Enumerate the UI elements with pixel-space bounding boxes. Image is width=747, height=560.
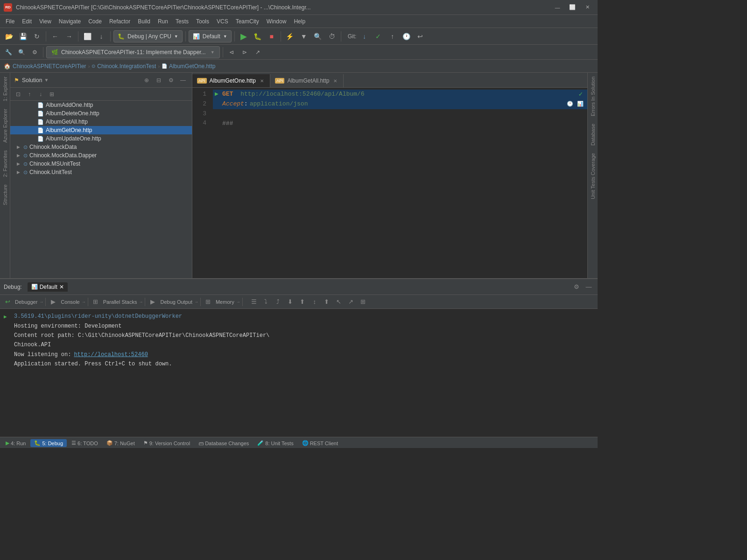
tree-item-albumgetone[interactable]: 📄 AlbumGetOne.http: [10, 126, 192, 134]
tree-item-mockdata[interactable]: ▶ ⊙ Chinook.MockData: [10, 143, 192, 151]
explorer-tb-icon-3[interactable]: ↓: [35, 89, 46, 99]
layout-button[interactable]: ⚙: [29, 47, 40, 58]
debug-session-close[interactable]: ✕: [59, 284, 64, 290]
menu-help[interactable]: Help: [290, 16, 309, 27]
menu-run[interactable]: Run: [154, 16, 172, 27]
menu-vcs[interactable]: VCS: [213, 16, 232, 27]
debug-nav-2[interactable]: ↗: [345, 296, 357, 308]
menu-refactor[interactable]: Refactor: [106, 16, 134, 27]
explorer-tb-icon-2[interactable]: ↑: [24, 89, 35, 99]
tree-item-albumgetall[interactable]: 📄 AlbumGetAll.http: [10, 118, 192, 126]
explorer-tb-icon-1[interactable]: ⊡: [13, 89, 23, 99]
debug-grid-view[interactable]: ⊞: [358, 296, 369, 308]
tree-item-albumupdateone[interactable]: 📄 AlbumUpdateOne.http: [10, 134, 192, 143]
step-button[interactable]: ↓: [95, 30, 107, 42]
debug-session-tab[interactable]: 📊 Default ✕: [28, 282, 68, 292]
menu-tests[interactable]: Tests: [172, 16, 192, 27]
debug-step-into-button[interactable]: ⤵: [261, 296, 272, 308]
debug-nav-1[interactable]: ↖: [333, 296, 345, 308]
memory-button[interactable]: ⊞: [203, 296, 214, 308]
solution-dropdown-arrow[interactable]: ▼: [44, 77, 49, 83]
tab-albumgetone[interactable]: API AlbumGetOne.http ✕: [192, 74, 270, 87]
breadcrumb-item-1[interactable]: ChinookASPNETCoreAPITier: [13, 63, 86, 70]
sidebar-label-explorer[interactable]: 1: Explorer: [1, 73, 9, 105]
menu-navigate[interactable]: Navigate: [55, 16, 85, 27]
console-tab-button[interactable]: ▶: [48, 296, 59, 308]
debug-output-button[interactable]: ▶: [147, 296, 158, 308]
forward-button[interactable]: →: [63, 30, 75, 42]
tab-albumgetall[interactable]: API AlbumGetAll.http ✕: [270, 74, 344, 87]
expand-arrow-folder[interactable]: ▶: [17, 161, 23, 166]
menu-teamcity[interactable]: TeamCity: [232, 16, 263, 27]
explorer-minimize-button[interactable]: —: [178, 75, 188, 85]
tool-rest-client[interactable]: 🌐 REST Client: [298, 439, 342, 447]
git-revert-button[interactable]: ↩: [414, 30, 426, 42]
menu-tools[interactable]: Tools: [192, 16, 213, 27]
run-config-dropdown[interactable]: 📊 Default ▼: [189, 30, 232, 42]
debug-step-out-button[interactable]: ⬇: [285, 296, 296, 308]
clock-button[interactable]: ⏱: [326, 30, 338, 42]
menu-edit[interactable]: Edit: [18, 16, 35, 27]
search-button[interactable]: 🔍: [16, 47, 27, 58]
tool-nuget[interactable]: 📦 7: NuGet: [103, 439, 139, 447]
tab-close-1[interactable]: ✕: [259, 78, 265, 84]
sidebar-label-database[interactable]: Database: [589, 120, 597, 149]
sync-button[interactable]: ↻: [31, 30, 43, 42]
save-button[interactable]: 💾: [17, 30, 29, 42]
debug-run-button[interactable]: 🐛: [252, 30, 264, 42]
sidebar-label-unit-tests[interactable]: Unit Tests Coverage: [589, 149, 597, 203]
explorer-collapse-button[interactable]: ⊟: [154, 75, 164, 85]
tool-run[interactable]: ▶ 4: Run: [2, 439, 29, 447]
debug-run-to-cursor[interactable]: ⬆: [297, 296, 308, 308]
debug-minimize-button[interactable]: —: [584, 282, 594, 292]
tree-item-msunit[interactable]: ▶ ⊙ Chinook.MSUnitTest: [10, 160, 192, 168]
tool-db-changes[interactable]: 🗃 Database Changes: [195, 440, 253, 447]
tree-item-albumaddone[interactable]: 📄 AlbumAddOne.http: [10, 101, 192, 109]
tree-item-unittest[interactable]: ▶ ⊙ Chinook.UnitTest: [10, 168, 192, 176]
expand-arrow-folder[interactable]: ▶: [17, 170, 23, 175]
analyze-button[interactable]: 🔍: [312, 30, 324, 42]
sidebar-label-errors[interactable]: Errors In Solution: [589, 73, 597, 120]
debug-localhost-link[interactable]: http://localhost:52460: [74, 350, 148, 359]
git-commit-button[interactable]: ✓: [372, 30, 384, 42]
debug-lines-button[interactable]: ☰: [248, 296, 260, 308]
close-button[interactable]: ✕: [581, 3, 594, 12]
code-content[interactable]: ▶ GET http://localhost:52460/api/Album/6…: [211, 90, 587, 276]
debug-step-over-button[interactable]: ⤴: [273, 296, 284, 308]
tool-version-control[interactable]: ⚑ 9: Version Control: [140, 439, 194, 447]
sidebar-label-structure[interactable]: Structure: [1, 181, 9, 209]
branch-dropdown[interactable]: 🌿 ChinookASPNETCoreAPITier-11: Implement…: [46, 46, 220, 58]
menu-build[interactable]: Build: [134, 16, 154, 27]
minimize-button[interactable]: —: [551, 3, 564, 12]
debug-force-step[interactable]: ↕: [309, 296, 320, 308]
stop-button[interactable]: ■: [266, 30, 278, 42]
restore-button[interactable]: ⬜: [566, 3, 579, 12]
debugger-tab-button[interactable]: ↩: [2, 296, 13, 308]
parallel-stacks-button[interactable]: ⊞: [90, 296, 101, 308]
debug-settings-button[interactable]: ⚙: [571, 282, 582, 292]
profile-dropdown[interactable]: ▼: [298, 30, 310, 42]
menu-window[interactable]: Window: [263, 16, 290, 27]
tool-unit-tests[interactable]: 🧪 8: Unit Tests: [254, 439, 297, 447]
git-history-button[interactable]: 🕐: [400, 30, 412, 42]
menu-view[interactable]: View: [35, 16, 55, 27]
explorer-settings-button[interactable]: ⚙: [166, 75, 176, 85]
expand-arrow-folder[interactable]: ▶: [17, 153, 23, 158]
nav-button-1[interactable]: ⊲: [226, 47, 237, 58]
git-push-button[interactable]: ↑: [386, 30, 398, 42]
tab-close-2[interactable]: ✕: [332, 78, 338, 84]
explorer-tb-icon-4[interactable]: ⊞: [47, 89, 57, 99]
back-button[interactable]: ←: [49, 30, 61, 42]
explorer-locate-button[interactable]: ⊕: [141, 75, 152, 85]
run-indicator[interactable]: ▶: [213, 90, 220, 99]
profile-button[interactable]: ⚡: [284, 30, 296, 42]
breadcrumb-item-2[interactable]: Chinook.IntegrationTest: [97, 63, 156, 70]
run-button[interactable]: ▶: [238, 30, 250, 42]
tree-item-mockdata-dapper[interactable]: ▶ ⊙ Chinook.MockData.Dapper: [10, 151, 192, 160]
nav-button-2[interactable]: ⊳: [239, 47, 250, 58]
sidebar-label-favorites[interactable]: 2: Favorites: [1, 147, 9, 181]
breadcrumb-item-3[interactable]: AlbumGetOne.http: [169, 63, 215, 70]
tool-todo[interactable]: ☰ 6: TODO: [68, 439, 102, 447]
menu-file[interactable]: File: [2, 16, 18, 27]
code-editor[interactable]: 1 2 3 4 ▶ GET http://localhost:52460/api…: [192, 88, 587, 278]
